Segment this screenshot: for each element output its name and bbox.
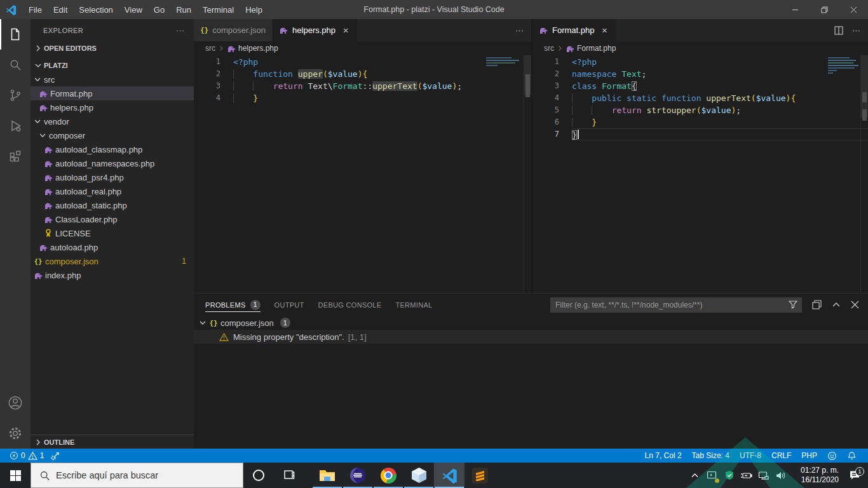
tree-file-index.php[interactable]: index.php [31, 268, 194, 282]
tree-file-autoload_namespaces.php[interactable]: autoload_namespaces.php [31, 156, 194, 170]
panel-close-icon[interactable] [851, 301, 859, 309]
tree-file-ClassLoader.php[interactable]: ClassLoader.php [31, 212, 194, 226]
code-line: 7} [532, 128, 868, 140]
menu-terminal[interactable]: Terminal [197, 0, 240, 19]
tray-network-icon[interactable] [755, 463, 772, 488]
status-crlf[interactable]: CRLF [766, 449, 796, 463]
more-actions-icon[interactable]: ··· [515, 25, 524, 35]
menu-selection[interactable]: Selection [73, 0, 118, 19]
feedback-icon[interactable] [822, 449, 842, 463]
panel-tab-terminal[interactable]: TERMINAL [395, 294, 432, 316]
status-tab-size-4[interactable]: Tab Size: 4 [687, 449, 735, 463]
breadcrumb-item[interactable]: Format.php [577, 44, 616, 53]
menu-edit[interactable]: Edit [48, 0, 73, 19]
explorer-more-actions-icon[interactable]: ··· [176, 27, 185, 34]
tray-chevron-up-icon[interactable] [686, 463, 703, 488]
tree-item-label: composer [49, 131, 85, 140]
taskbar-app-sublime[interactable] [465, 463, 495, 488]
task-view-button[interactable] [274, 463, 304, 488]
taskbar-app-eclipse[interactable] [342, 463, 373, 488]
tab-helpers.php[interactable]: helpers.php× [273, 19, 358, 41]
panel-tab-debug-console[interactable]: DEBUG CONSOLE [318, 294, 382, 316]
breadcrumb-item[interactable]: helpers.php [238, 44, 278, 53]
cortana-button[interactable] [243, 463, 274, 488]
problems-list: {}composer.json1Missing property "descri… [194, 316, 868, 449]
launch-icon[interactable] [47, 449, 64, 463]
tree-file-LICENSE[interactable]: LICENSE [31, 226, 194, 240]
close-tab-icon[interactable]: × [341, 25, 351, 36]
menu-go[interactable]: Go [148, 0, 170, 19]
extensions-icon[interactable] [0, 141, 31, 172]
settings-gear-icon[interactable] [0, 418, 31, 449]
account-icon[interactable] [0, 388, 31, 418]
search-icon[interactable] [0, 50, 31, 80]
menu-help[interactable]: Help [240, 0, 268, 19]
close-button[interactable] [839, 0, 868, 19]
taskbar-search-input[interactable] [56, 470, 243, 480]
tray-battery-icon[interactable] [738, 463, 755, 488]
tree-file-autoload.php[interactable]: autoload.php [31, 240, 194, 254]
overview-ruler[interactable] [524, 55, 531, 293]
outline-section[interactable]: OUTLINE [31, 435, 194, 449]
run-debug-icon[interactable] [0, 111, 31, 141]
split-editor-icon[interactable] [834, 26, 843, 35]
taskbar-app-file-explorer[interactable] [312, 463, 342, 488]
breadcrumb-item[interactable]: src [544, 44, 554, 53]
taskbar-app-chrome[interactable] [373, 463, 403, 488]
tab-composer.json[interactable]: {}composer.json [194, 19, 273, 41]
workspace-section[interactable]: PLATZI [31, 58, 194, 72]
minimap[interactable] [828, 57, 860, 74]
minimize-button[interactable] [780, 0, 810, 19]
close-tab-icon[interactable]: × [599, 25, 609, 36]
panel-tab-problems[interactable]: PROBLEMS1 [205, 294, 261, 316]
source-control-icon[interactable] [0, 80, 31, 111]
overview-ruler[interactable] [860, 55, 868, 293]
menu-view[interactable]: View [119, 0, 148, 19]
tray-volume-icon[interactable] [772, 463, 789, 488]
search-icon [39, 470, 50, 481]
panel-maximize-chevron-icon[interactable] [832, 301, 841, 309]
panel-restore-icon[interactable] [812, 300, 822, 309]
taskbar-clock[interactable]: 01:27 p. m. 16/11/2020 [789, 466, 841, 485]
problems-filter-input[interactable] [550, 297, 802, 313]
tree-file-composer.json[interactable]: {}composer.json1 [31, 254, 194, 268]
menu-file[interactable]: File [23, 0, 48, 19]
breadcrumb[interactable]: srchelpers.php [194, 41, 531, 55]
problems-status-item[interactable]: 0 1 [6, 449, 47, 463]
tree-folder-composer[interactable]: composer [31, 128, 194, 142]
minimap[interactable] [486, 57, 523, 66]
problems-file-row[interactable]: {}composer.json1 [194, 316, 868, 330]
menu-run[interactable]: Run [170, 0, 197, 19]
tree-file-autoload_real.php[interactable]: autoload_real.php [31, 184, 194, 198]
tray-app-icon[interactable] [703, 463, 721, 488]
tab-Format.php[interactable]: Format.php× [532, 19, 616, 41]
start-button[interactable] [0, 463, 31, 488]
tree-folder-src[interactable]: src [31, 72, 194, 86]
status-ln-7-col-2[interactable]: Ln 7, Col 2 [640, 449, 687, 463]
breadcrumb-item[interactable]: src [205, 44, 215, 53]
tree-file-autoload_classmap.php[interactable]: autoload_classmap.php [31, 142, 194, 156]
status-utf-8[interactable]: UTF-8 [735, 449, 766, 463]
code-editor-helpers[interactable]: 1<?php2 function upper($value){3 return … [194, 55, 531, 293]
notifications-bell-icon[interactable] [842, 449, 862, 463]
tray-security-shield-icon[interactable] [721, 463, 738, 488]
tree-item-label: src [44, 75, 55, 85]
panel-tab-output[interactable]: OUTPUT [275, 294, 304, 316]
status-php[interactable]: PHP [796, 449, 822, 463]
more-actions-icon[interactable]: ··· [852, 25, 860, 35]
notification-center-button[interactable]: 1 [841, 470, 868, 480]
taskbar-app-virtualbox[interactable] [403, 463, 434, 488]
notification-badge: 1 [855, 467, 864, 476]
tree-file-autoload_static.php[interactable]: autoload_static.php [31, 198, 194, 212]
breadcrumb[interactable]: srcFormat.php [532, 41, 868, 55]
restore-button[interactable] [810, 0, 839, 19]
open-editors-section[interactable]: OPEN EDITORS [31, 41, 194, 55]
problem-item-row[interactable]: Missing property "description".[1, 1] [194, 330, 868, 344]
taskbar-app-vscode[interactable] [434, 463, 465, 488]
tree-file-autoload_psr4.php[interactable]: autoload_psr4.php [31, 170, 194, 184]
tree-file-helpers.php[interactable]: helpers.php [31, 100, 194, 114]
tree-file-Format.php[interactable]: Format.php [31, 86, 194, 100]
tree-folder-vendor[interactable]: vendor [31, 114, 194, 128]
code-editor-format[interactable]: 1<?php2namespace Text;3class Format{4 pu… [532, 55, 868, 293]
explorer-icon[interactable] [0, 19, 31, 50]
